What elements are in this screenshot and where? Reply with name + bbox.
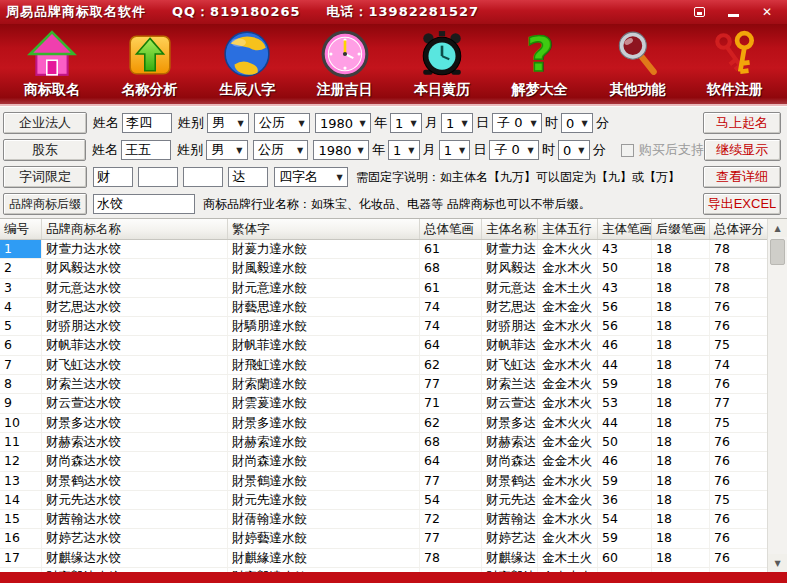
table-cell[interactable]: 財飛虹達水餃 bbox=[228, 356, 420, 374]
table-cell[interactable]: 18 bbox=[652, 549, 710, 567]
table-cell[interactable]: 5 bbox=[0, 317, 42, 335]
close-button[interactable]: ✕ bbox=[757, 4, 777, 20]
month-select[interactable]: 1▼ bbox=[390, 113, 422, 133]
table-cell[interactable]: 68 bbox=[420, 259, 482, 277]
table-row[interactable]: 3财元意达水饺財元意達水餃61财元意达金木土火431878 bbox=[0, 279, 767, 298]
table-cell[interactable]: 18 bbox=[652, 568, 710, 572]
table-cell[interactable]: 56 bbox=[598, 317, 652, 335]
table-cell[interactable]: 78 bbox=[420, 549, 482, 567]
table-row[interactable]: 4财艺思达水饺財藝思達水餃74财艺思达金木金火561876 bbox=[0, 298, 767, 317]
table-cell[interactable]: 財萲力達水餃 bbox=[228, 240, 420, 258]
table-cell[interactable]: 金木火火 bbox=[538, 414, 598, 432]
table-cell[interactable]: 59 bbox=[598, 472, 652, 490]
table-cell[interactable]: 68 bbox=[420, 568, 482, 572]
table-cell[interactable]: 10 bbox=[0, 414, 42, 432]
table-row[interactable]: 13财景鹤达水饺財景鶴達水餃77财景鹤达金木水火591876 bbox=[0, 472, 767, 491]
table-cell[interactable]: 17 bbox=[0, 549, 42, 567]
table-row[interactable]: 10财景多达水饺財景多達水餃62财景多达金木火火441875 bbox=[0, 414, 767, 433]
table-cell[interactable]: 财景多达 bbox=[482, 414, 538, 432]
table-cell[interactable]: 18 bbox=[652, 529, 710, 547]
purchase-support-checkbox[interactable] bbox=[621, 144, 634, 157]
table-cell[interactable]: 54 bbox=[420, 491, 482, 509]
table-cell[interactable]: 64 bbox=[420, 452, 482, 470]
table-cell[interactable]: 財尚森達水餃 bbox=[228, 452, 420, 470]
table-cell[interactable]: 財景多達水餃 bbox=[228, 414, 420, 432]
table-cell[interactable]: 财萱力达 bbox=[482, 240, 538, 258]
table-cell[interactable]: 18 bbox=[652, 472, 710, 490]
table-cell[interactable]: 53 bbox=[598, 394, 652, 412]
table-cell[interactable]: 财婷艺达 bbox=[482, 529, 538, 547]
table-cell[interactable]: 77 bbox=[420, 472, 482, 490]
table-row[interactable]: 8财索兰达水饺財索蘭達水餃77财索兰达金金木火591876 bbox=[0, 375, 767, 394]
toolbar-item-other-functions[interactable]: 其他功能 bbox=[589, 28, 685, 104]
gender-select[interactable]: 男▼ bbox=[207, 113, 249, 133]
table-cell[interactable]: 财风毅达 bbox=[482, 259, 538, 277]
table-cell[interactable]: 财景鹤达 bbox=[482, 472, 538, 490]
table-cell[interactable]: 财骄朋达 bbox=[482, 317, 538, 335]
table-row[interactable]: 12财尚森达水饺財尚森達水餃64财尚森达金金木火461876 bbox=[0, 452, 767, 471]
toolbar-item-trademark-naming[interactable]: 商标取名 bbox=[4, 28, 100, 104]
table-cell[interactable]: 金木金火 bbox=[538, 491, 598, 509]
table-cell[interactable]: 7 bbox=[0, 356, 42, 374]
table-cell[interactable]: 76 bbox=[710, 452, 767, 470]
scroll-down-icon[interactable]: ▼ bbox=[768, 554, 787, 572]
table-cell[interactable]: 財赫索達水餃 bbox=[228, 433, 420, 451]
table-cell[interactable]: 77 bbox=[420, 375, 482, 393]
table-cell[interactable]: 43 bbox=[598, 240, 652, 258]
table-cell[interactable]: 18 bbox=[652, 240, 710, 258]
table-cell[interactable]: 财赫索达水饺 bbox=[42, 433, 228, 451]
table-cell[interactable]: 59 bbox=[598, 375, 652, 393]
table-cell[interactable]: 76 bbox=[710, 375, 767, 393]
table-cell[interactable]: 財元意達水餃 bbox=[228, 279, 420, 297]
toolbar-item-birth-bazi[interactable]: 生辰八字 bbox=[199, 28, 295, 104]
table-cell[interactable]: 财帆菲达水饺 bbox=[42, 336, 228, 354]
table-cell[interactable]: 财云萱达 bbox=[482, 394, 538, 412]
table-cell[interactable]: 43 bbox=[598, 279, 652, 297]
table-cell[interactable]: 1 bbox=[0, 240, 42, 258]
table-cell[interactable]: 财萱力达水饺 bbox=[42, 240, 228, 258]
table-cell[interactable]: 36 bbox=[598, 491, 652, 509]
table-cell[interactable]: 金水木火 bbox=[538, 259, 598, 277]
table-cell[interactable]: 78 bbox=[710, 568, 767, 572]
table-cell[interactable]: 财景鹤达水饺 bbox=[42, 472, 228, 490]
header-main-strokes[interactable]: 主体笔画 bbox=[598, 219, 652, 239]
table-cell[interactable]: 财高毅达 bbox=[482, 568, 538, 572]
table-cell[interactable]: 50 bbox=[598, 433, 652, 451]
table-cell[interactable]: 財藝思達水餃 bbox=[228, 298, 420, 316]
table-cell[interactable]: 56 bbox=[598, 298, 652, 316]
table-cell[interactable]: 财元先达水饺 bbox=[42, 491, 228, 509]
view-detail-button[interactable]: 查看详细 bbox=[703, 166, 781, 188]
fixed-char-input-4[interactable] bbox=[228, 167, 268, 187]
table-cell[interactable]: 15 bbox=[0, 510, 42, 528]
table-cell[interactable]: 4 bbox=[0, 298, 42, 316]
table-cell[interactable]: 财帆菲达 bbox=[482, 336, 538, 354]
table-cell[interactable]: 財蒨翰達水餃 bbox=[228, 510, 420, 528]
table-cell[interactable]: 财艺思达 bbox=[482, 298, 538, 316]
table-cell[interactable]: 金木金火 bbox=[538, 433, 598, 451]
table-cell[interactable]: 财索兰达水饺 bbox=[42, 375, 228, 393]
year-select[interactable]: 1980▼ bbox=[313, 140, 369, 160]
table-cell[interactable]: 61 bbox=[420, 279, 482, 297]
header-main-name[interactable]: 主体名称 bbox=[482, 219, 538, 239]
table-cell[interactable]: 54 bbox=[598, 510, 652, 528]
table-cell[interactable]: 财赫索达 bbox=[482, 433, 538, 451]
header-suffix-strokes[interactable]: 后缀笔画 bbox=[652, 219, 710, 239]
table-cell[interactable]: 金火木火 bbox=[538, 529, 598, 547]
table-cell[interactable]: 金木水火 bbox=[538, 510, 598, 528]
table-cell[interactable]: 12 bbox=[0, 452, 42, 470]
hour-select[interactable]: 子 0▼ bbox=[489, 140, 539, 160]
table-cell[interactable]: 44 bbox=[598, 414, 652, 432]
table-cell[interactable]: 18 bbox=[652, 336, 710, 354]
header-total-score[interactable]: 总体评分 bbox=[710, 219, 767, 239]
table-cell[interactable]: 77 bbox=[420, 529, 482, 547]
table-cell[interactable]: 8 bbox=[0, 375, 42, 393]
header-total-strokes[interactable]: 总体笔画 bbox=[420, 219, 482, 239]
table-cell[interactable]: 财云萱达水饺 bbox=[42, 394, 228, 412]
calendar-select[interactable]: 公历▼ bbox=[253, 140, 309, 160]
gender-select[interactable]: 男▼ bbox=[206, 140, 248, 160]
table-cell[interactable]: 11 bbox=[0, 433, 42, 451]
table-row[interactable]: 14财元先达水饺財元先達水餃54财元先达金木金火361875 bbox=[0, 491, 767, 510]
table-cell[interactable]: 76 bbox=[710, 317, 767, 335]
table-cell[interactable]: 18 bbox=[652, 375, 710, 393]
table-cell[interactable]: 18 bbox=[652, 356, 710, 374]
